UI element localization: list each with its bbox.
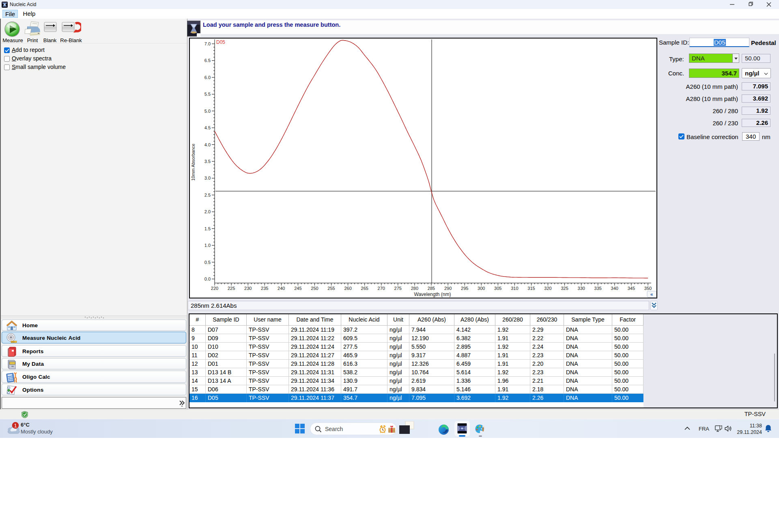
svg-text:235: 235 (261, 286, 268, 291)
svg-text:4.0: 4.0 (204, 142, 211, 147)
svg-text:270: 270 (378, 286, 385, 291)
svg-text:2.5: 2.5 (204, 193, 211, 197)
svg-text:320: 320 (544, 286, 551, 291)
svg-text:225: 225 (228, 286, 235, 291)
svg-text:275: 275 (394, 286, 402, 291)
svg-text:6.0: 6.0 (204, 75, 211, 80)
svg-text:340: 340 (611, 286, 618, 291)
svg-text:10mm Absorbance: 10mm Absorbance (191, 144, 196, 181)
svg-text:335: 335 (594, 286, 602, 291)
svg-text:«: « (650, 292, 653, 297)
svg-text:0.0: 0.0 (204, 277, 211, 281)
svg-text:Wavelength (nm): Wavelength (nm) (414, 292, 451, 297)
svg-text:1: 1 (14, 423, 17, 429)
svg-text:1.0: 1.0 (204, 243, 211, 248)
svg-text:285: 285 (428, 286, 435, 291)
svg-text:255: 255 (327, 286, 335, 291)
svg-text:345: 345 (628, 286, 635, 291)
svg-text:6.5: 6.5 (204, 58, 211, 63)
svg-text:330: 330 (578, 286, 585, 291)
svg-text:7.0: 7.0 (204, 41, 211, 46)
svg-text:260: 260 (344, 286, 351, 291)
svg-text:350: 350 (644, 286, 652, 291)
svg-text:5.5: 5.5 (204, 92, 211, 97)
svg-text:220: 220 (211, 286, 218, 291)
svg-text:3.0: 3.0 (204, 176, 211, 180)
svg-text:300: 300 (478, 286, 485, 291)
svg-text:290: 290 (444, 286, 452, 291)
svg-text:305: 305 (494, 286, 501, 291)
svg-text:4.5: 4.5 (204, 125, 211, 130)
svg-text:0.5: 0.5 (204, 260, 211, 265)
svg-text:1.5: 1.5 (204, 226, 211, 231)
svg-text:230: 230 (244, 286, 252, 291)
svg-text:245: 245 (294, 286, 301, 291)
svg-text:3.5: 3.5 (204, 159, 211, 164)
svg-text:310: 310 (511, 286, 518, 291)
svg-text:315: 315 (527, 286, 535, 291)
svg-text:2.0: 2.0 (204, 209, 211, 214)
svg-text:295: 295 (461, 286, 468, 291)
svg-text:250: 250 (311, 286, 318, 291)
svg-text:280: 280 (411, 286, 418, 291)
svg-text:265: 265 (361, 286, 368, 291)
svg-text:325: 325 (561, 286, 568, 291)
svg-text:5.0: 5.0 (204, 109, 211, 114)
svg-text:D05: D05 (216, 39, 225, 45)
svg-text:240: 240 (278, 286, 285, 291)
